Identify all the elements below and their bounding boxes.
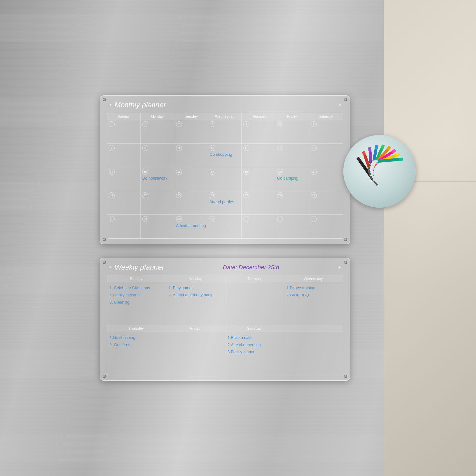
star-icon-right: ✦	[338, 102, 342, 108]
markers-svg	[350, 142, 409, 201]
cal-cell-18: 18	[242, 167, 275, 191]
weekly-top-events-row: 1. Celebrate Christmas 2.Family meeting …	[107, 282, 343, 325]
cal-cell-empty-1	[107, 120, 141, 144]
cal-cell-13: 13	[309, 144, 343, 167]
cell-circle	[277, 216, 283, 222]
day-header-sunday: Sunday	[107, 113, 141, 120]
cal-cell-30: 30 Attend a meeting	[174, 215, 208, 238]
cal-cell-8: 8	[141, 144, 174, 167]
weekly-header-friday: Friday	[166, 325, 225, 332]
cal-cell-empty-2	[242, 215, 275, 238]
cal-cell-24: 24 Attend parties	[208, 191, 241, 215]
cal-week-4: 21 22 23 24 Attend parties 25 26 27	[107, 191, 343, 215]
weekly-header: ✦ Weekly planner Date: December 25th ✦	[107, 263, 343, 272]
cal-cell-empty-3	[275, 215, 309, 238]
weekly-cell-tuesday	[225, 282, 284, 325]
cal-cell-26: 26	[275, 191, 309, 215]
cell-circle: 7	[109, 145, 115, 151]
weekly-header-monday: Monday	[166, 275, 225, 282]
cell-circle: 5	[277, 121, 283, 127]
weekly-title: ✦ Weekly planner	[108, 263, 164, 272]
cell-circle: 16	[176, 169, 182, 175]
cal-cell-23: 23	[174, 191, 208, 215]
cal-cell-6: 6	[309, 120, 343, 144]
weekly-header-empty	[284, 325, 343, 332]
weekly-date-label: Date: December 25th	[223, 264, 279, 271]
weekly-planner-board: ✦ Weekly planner Date: December 25th ✦ S…	[100, 258, 350, 381]
screw-top-right	[344, 98, 347, 101]
monthly-title-text: Monthly planner	[115, 101, 166, 109]
screw-top-right	[344, 261, 347, 264]
cell-circle: 4	[243, 121, 249, 127]
fridge-surface: ✦ Monthly planner ✦ Sunday Monday Tuesda…	[0, 0, 476, 476]
cell-circle: 10	[210, 145, 215, 151]
screw-top-left	[103, 98, 106, 101]
cal-cell-2: 2	[174, 120, 208, 144]
cal-body: 1 2 3 4 5 6 7 8 9 10	[107, 120, 343, 238]
screw-bottom-left	[103, 238, 106, 241]
event-attend-parties: Attend parties	[210, 200, 239, 204]
cell-circle: 13	[311, 145, 317, 151]
day-header-tuesday: Tuesday	[174, 113, 208, 120]
cell-circle: 23	[176, 192, 182, 198]
cal-cell-9: 9	[174, 144, 208, 167]
monthly-header: ✦ Monthly planner ✦	[107, 101, 343, 109]
cal-cell-29: 29	[141, 215, 174, 238]
event-dance-training: 1.Dance training	[287, 285, 340, 291]
day-header-wednesday: Wednesday	[208, 113, 241, 120]
kitchen-background	[384, 0, 476, 476]
cell-circle	[311, 216, 317, 222]
cal-week-2: 7 8 9 10 Go shopping 11 12 13	[107, 144, 343, 167]
screw-bottom-right	[344, 238, 347, 241]
cal-cell-1: 1	[141, 120, 174, 144]
cell-circle: 9	[176, 145, 182, 151]
cell-circle: 30	[176, 216, 182, 222]
event-attend-meeting: Attend a meeting	[176, 223, 206, 228]
weekly-cell-friday	[166, 332, 225, 375]
weekly-header-wednesday: Wednesday	[284, 275, 343, 282]
cell-circle	[243, 216, 249, 222]
cell-circle: 17	[210, 169, 215, 175]
weekly-header-saturday: Saturday	[225, 325, 284, 332]
cell-circle: 15	[142, 169, 148, 175]
day-header-saturday: Saturday	[309, 113, 343, 120]
weekly-title-text: Weekly planner	[115, 263, 164, 272]
cell-circle: 29	[142, 216, 148, 222]
weekly-cell-saturday: 1.Bake a cake 2.Attend a meeting 3.Famil…	[225, 332, 284, 375]
cell-circle: 25	[243, 192, 249, 198]
star-icon-right: ✦	[338, 265, 342, 270]
cell-circle: 26	[277, 192, 283, 198]
cal-cell-17: 17	[208, 167, 241, 191]
screw-bottom-left	[103, 375, 106, 378]
svg-rect-35	[398, 158, 403, 161]
cell-circle: 31	[210, 216, 215, 222]
cal-cell-28: 28	[107, 215, 141, 238]
star-icon-left: ✦	[108, 265, 112, 270]
cal-week-1: 1 2 3 4 5 6	[107, 120, 343, 144]
svg-rect-11	[368, 147, 371, 152]
cell-circle: 28	[109, 216, 115, 222]
cal-cell-7: 7	[107, 144, 141, 167]
planners-container: ✦ Monthly planner ✦ Sunday Monday Tuesda…	[100, 95, 350, 381]
weekly-cell-thursday: 1.Go shopping 2. Go hiking	[107, 332, 166, 375]
svg-rect-10	[371, 178, 373, 181]
cell-circle	[109, 121, 115, 127]
event-go-shopping-weekly: 1.Go shopping	[110, 335, 163, 341]
cell-circle: 14	[109, 169, 115, 175]
event-cleaning: 3. Cleaning	[110, 299, 163, 305]
event-play-games: 1. Play games	[169, 285, 222, 291]
cal-cell-3: 3	[208, 120, 241, 144]
monthly-calendar-grid: Sunday Monday Tuesday Wednesday Thursday…	[107, 113, 343, 239]
cal-cell-4: 4	[242, 120, 275, 144]
screw-top-left	[103, 261, 106, 264]
cal-cell-16: 16	[174, 167, 208, 191]
cal-cell-25: 25	[242, 191, 275, 215]
monthly-planner-board: ✦ Monthly planner ✦ Sunday Monday Tuesda…	[100, 95, 350, 244]
event-family-meeting: 2.Family meeting	[110, 292, 163, 298]
cell-circle: 11	[243, 145, 249, 151]
weekly-cell-wednesday: 1.Dance training 2.Go to BBQ	[284, 282, 343, 325]
day-header-friday: Friday	[275, 113, 309, 120]
cell-circle: 22	[142, 192, 148, 198]
cal-header-row: Sunday Monday Tuesday Wednesday Thursday…	[107, 113, 343, 120]
cal-cell-20: 20	[309, 167, 343, 191]
